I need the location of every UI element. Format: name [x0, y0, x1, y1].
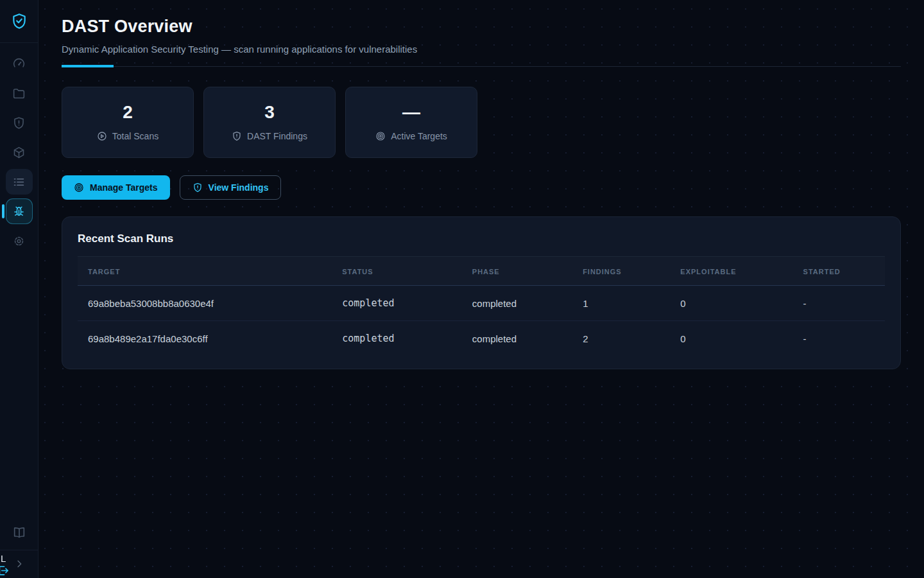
recent-scan-runs-panel: Recent Scan Runs TARGET STATUS PHASE FIN… — [62, 216, 901, 369]
stat-value: 3 — [264, 103, 275, 121]
gear-icon — [12, 234, 26, 248]
sidebar — [0, 0, 38, 578]
cell-started: - — [793, 321, 885, 356]
shield-alert-icon — [12, 116, 26, 130]
logout-button[interactable]: L — [0, 553, 10, 577]
active-nav-indicator — [2, 204, 4, 218]
sidebar-item-vulnerabilities[interactable] — [6, 110, 33, 136]
stat-card-total-scans: 2 Total Scans — [62, 87, 194, 158]
table-row[interactable]: 69a8beba53008bb8a0630e4f completed compl… — [78, 286, 885, 321]
stat-label: Active Targets — [391, 131, 447, 141]
stat-label: DAST Findings — [247, 131, 307, 141]
column-header-phase: PHASE — [462, 257, 572, 286]
column-header-target: TARGET — [78, 257, 332, 286]
sidebar-item-projects[interactable] — [6, 80, 33, 106]
shield-alert-icon — [193, 182, 203, 193]
sidebar-item-dast[interactable] — [6, 198, 33, 224]
cell-status: completed — [332, 286, 462, 321]
table-header-row: TARGET STATUS PHASE FINDINGS EXPLOITABLE… — [78, 257, 885, 286]
cell-status: completed — [332, 321, 462, 356]
column-header-exploitable: EXPLOITABLE — [670, 257, 792, 286]
table-row[interactable]: 69a8b489e2a17fda0e30c6ff completed compl… — [78, 321, 885, 356]
logout-icon — [0, 565, 10, 577]
folder-icon — [12, 87, 26, 100]
stats-row: 2 Total Scans 3 — [62, 87, 901, 158]
column-header-started: STARTED — [793, 257, 885, 286]
main-content: DAST Overview Dynamic Application Securi… — [38, 0, 924, 369]
logout-clipped-label: L — [0, 553, 10, 565]
stat-value: — — [402, 103, 420, 121]
sidebar-item-dashboard[interactable] — [6, 51, 33, 76]
manage-targets-button[interactable]: Manage Targets — [62, 175, 170, 200]
cell-findings: 1 — [572, 286, 670, 321]
stat-card-dast-findings: 3 DAST Findings — [203, 87, 336, 158]
page-title: DAST Overview — [62, 17, 901, 37]
cell-exploitable: 0 — [670, 321, 792, 356]
cell-started: - — [793, 286, 885, 321]
title-divider — [62, 65, 901, 67]
sidebar-item-settings[interactable] — [6, 228, 33, 254]
target-icon — [74, 182, 84, 193]
sidebar-item-packages[interactable] — [6, 139, 33, 165]
play-circle-icon — [97, 131, 107, 141]
shield-check-icon — [11, 12, 28, 30]
shield-alert-icon — [232, 131, 242, 141]
cell-target: 69a8b489e2a17fda0e30c6ff — [78, 321, 332, 356]
target-icon — [375, 131, 386, 141]
chevron-right-icon — [14, 559, 24, 569]
panel-title: Recent Scan Runs — [78, 232, 885, 245]
cell-findings: 2 — [572, 321, 670, 356]
column-header-findings: FINDINGS — [572, 257, 670, 286]
sidebar-item-scan-list[interactable] — [6, 169, 33, 195]
column-header-status: STATUS — [332, 257, 462, 286]
package-icon — [12, 146, 26, 159]
view-findings-button[interactable]: View Findings — [180, 175, 282, 200]
bug-icon — [12, 205, 26, 218]
list-icon — [12, 175, 26, 189]
cell-phase: completed — [462, 321, 572, 356]
gauge-icon — [12, 57, 26, 71]
app-logo[interactable] — [0, 0, 38, 43]
actions-row: Manage Targets View Findings — [62, 175, 901, 200]
book-icon — [12, 525, 26, 539]
sidebar-item-docs[interactable] — [0, 518, 38, 550]
cell-phase: completed — [462, 286, 572, 321]
cell-exploitable: 0 — [670, 286, 792, 321]
scan-runs-table: TARGET STATUS PHASE FINDINGS EXPLOITABLE… — [78, 257, 885, 356]
manage-targets-label: Manage Targets — [90, 182, 158, 193]
stat-card-active-targets: — Active Targets — [345, 87, 477, 158]
sidebar-nav — [0, 51, 38, 254]
title-accent-bar — [62, 65, 114, 67]
page-subtitle: Dynamic Application Security Testing — s… — [62, 44, 901, 55]
stat-value: 2 — [123, 103, 133, 121]
cell-target: 69a8beba53008bb8a0630e4f — [78, 286, 332, 321]
stat-label: Total Scans — [112, 131, 158, 141]
view-findings-label: View Findings — [209, 182, 269, 193]
